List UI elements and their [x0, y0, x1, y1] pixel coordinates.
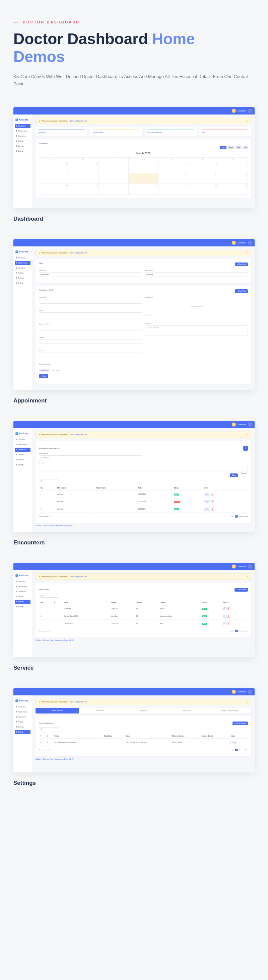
nav-patients[interactable]: Patients	[15, 453, 30, 457]
nav-settings[interactable]: Settings	[15, 281, 30, 285]
cal-cell[interactable]: 2	[129, 162, 158, 173]
tab-doctor-sessions[interactable]: Doctor Sessions	[35, 708, 79, 713]
next-button[interactable]: Next	[245, 515, 248, 517]
delete-icon[interactable]: 🗑	[227, 607, 230, 610]
edit-icon[interactable]: ✎	[223, 622, 227, 625]
alert-link[interactable]: Zoom configuration link	[70, 434, 87, 436]
edit-icon[interactable]: ✎	[223, 607, 227, 610]
date-input[interactable]	[39, 326, 142, 331]
nav-settings[interactable]: Settings	[15, 463, 30, 467]
nav-patients[interactable]: Patients	[15, 720, 30, 724]
cal-cell[interactable]: 5	[218, 162, 248, 173]
avatar[interactable]	[232, 423, 236, 426]
nav-appointments[interactable]: Appointments	[15, 585, 30, 589]
col-no[interactable]: No.	[40, 600, 52, 605]
fullscreen-icon[interactable]	[248, 423, 252, 426]
delete-icon[interactable]: 🗑	[211, 500, 214, 503]
cal-cell[interactable]: 11	[188, 173, 218, 184]
stat-link[interactable]: View Today appointment	[147, 132, 194, 133]
edit-icon[interactable]: ✎	[204, 500, 207, 503]
search-input[interactable]: 🔍	[39, 479, 59, 483]
nav-dashboard[interactable]: Dashboard	[15, 438, 30, 442]
month-button[interactable]: Month	[228, 146, 234, 149]
view-icon[interactable]: 👁	[207, 493, 211, 496]
tab-prescription[interactable]: Prescription	[79, 708, 122, 713]
user-name[interactable]: John Doe	[237, 691, 246, 693]
nav-services[interactable]: Services	[15, 276, 30, 280]
col-charges[interactable]: Charges	[135, 600, 158, 605]
page-1[interactable]: 1	[235, 749, 238, 751]
col-id[interactable]: Id	[46, 734, 53, 738]
cal-cell[interactable]: 28	[69, 162, 99, 173]
nav-services[interactable]: Services	[15, 458, 30, 462]
alert-link[interactable]: Zoom configuration link	[70, 701, 87, 703]
nav-encounters[interactable]: Encounters	[15, 715, 30, 719]
service-select[interactable]	[39, 312, 142, 317]
next-button[interactable]: Next	[245, 749, 248, 751]
col-clinic[interactable]: Clinic Name	[103, 734, 124, 738]
cal-cell[interactable]: 17	[158, 184, 188, 194]
encounter-desc-textarea[interactable]	[39, 465, 248, 471]
col-action[interactable]: Action	[203, 486, 247, 490]
page-1[interactable]: 1	[235, 515, 238, 518]
day-button[interactable]: Day	[243, 146, 248, 149]
close-icon[interactable]: ×	[247, 576, 248, 578]
footer-link[interactable]: KiviCare - Clinic and Patient Management…	[35, 638, 251, 643]
brand-logo[interactable]: KiviCare	[15, 117, 30, 124]
edit-icon[interactable]: ✎	[223, 615, 227, 618]
col-action[interactable]: Action	[230, 734, 247, 738]
cal-cell[interactable]: 4	[188, 162, 218, 173]
col-morning[interactable]: Morning Session	[171, 734, 199, 738]
avatar[interactable]	[232, 690, 236, 694]
cal-cell[interactable]: 3	[158, 162, 188, 173]
cal-cell[interactable]: 13	[39, 184, 69, 194]
nav-services[interactable]: Services	[15, 725, 30, 729]
delete-icon[interactable]: 🗑	[211, 493, 214, 496]
brand-logo[interactable]: KiviCare	[15, 249, 30, 256]
cal-cell[interactable]: 8	[99, 173, 129, 184]
search-input[interactable]: 🔍	[39, 593, 59, 598]
nav-settings[interactable]: Settings	[15, 730, 30, 734]
alert-link[interactable]: Zoom configuration link	[70, 252, 87, 254]
next-button[interactable]: Next	[245, 630, 248, 632]
cal-cell[interactable]: 18	[188, 184, 218, 194]
stat-link[interactable]: View patients	[38, 132, 85, 133]
avatar[interactable]	[232, 565, 236, 568]
footer-link[interactable]: KiviCare - Clinic and Patient Management…	[35, 523, 251, 529]
user-name[interactable]: John Doe	[237, 565, 246, 568]
edit-icon[interactable]: ✎	[204, 508, 207, 511]
nav-dashboard[interactable]: Dashboard	[15, 124, 30, 128]
nav-settings[interactable]: Settings	[15, 605, 30, 609]
encounter-date-input[interactable]: YYYY/MM/DD	[39, 455, 142, 459]
cal-cell[interactable]: 16	[129, 184, 158, 194]
view-icon[interactable]: 👁	[207, 508, 211, 511]
tab-google-calendar[interactable]: Google Calendar Setting	[208, 708, 251, 713]
close-detail-button[interactable]: + Close Filter	[235, 289, 248, 293]
col-patient[interactable]: Patient Name	[95, 486, 137, 490]
rpp-select[interactable]: 10 ▾	[49, 515, 51, 517]
cal-cell[interactable]: 14	[69, 184, 99, 194]
cal-cell[interactable]: 12	[218, 173, 248, 184]
col-doctor[interactable]: Doctor	[110, 600, 134, 605]
user-name[interactable]: John Doe	[237, 242, 246, 244]
col-name[interactable]: Name	[63, 600, 110, 605]
nav-encounters[interactable]: Encounters	[15, 590, 30, 594]
col-status[interactable]: Status	[201, 600, 222, 605]
alert-link[interactable]: Zoom configuration link	[70, 120, 87, 122]
cal-cell[interactable]: 6	[39, 173, 69, 184]
delete-icon[interactable]: 🗑	[227, 615, 230, 618]
nav-patients[interactable]: Patients	[15, 271, 30, 275]
category-select[interactable]	[39, 339, 142, 344]
week-button[interactable]: Week	[236, 146, 241, 149]
prev-button[interactable]: Previous	[239, 515, 244, 517]
user-name[interactable]: John Doe	[237, 110, 246, 112]
edit-icon[interactable]: ✎	[204, 493, 207, 496]
add-encounter-button[interactable]: +	[243, 446, 248, 451]
save-button[interactable]: + Save	[39, 374, 48, 378]
nav-dashboard[interactable]: Dashboard	[15, 705, 30, 709]
col-status[interactable]: Status	[173, 486, 202, 490]
stat-link[interactable]: View	[202, 132, 249, 133]
cal-cell[interactable]: 15	[99, 184, 129, 194]
close-icon[interactable]: ×	[247, 434, 248, 436]
col-date[interactable]: Date	[137, 486, 172, 490]
